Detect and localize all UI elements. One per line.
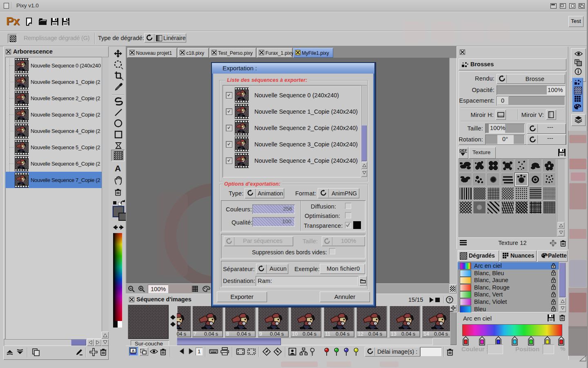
svg-text:A: A xyxy=(132,349,135,353)
svg-text:?: ? xyxy=(448,297,451,302)
